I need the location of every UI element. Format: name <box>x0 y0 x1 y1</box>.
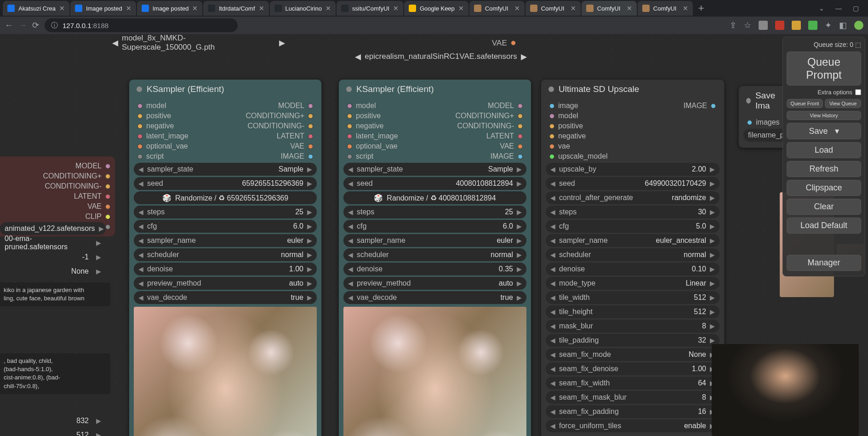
param-row[interactable]: 832▶ <box>0 414 106 427</box>
node-title-bar[interactable]: Ultimate SD Upscale <box>541 80 724 99</box>
param-seed[interactable]: ◀seed40080108812894▶ <box>343 177 526 190</box>
param-seed[interactable]: ◀seed649900320170429▶ <box>546 177 720 190</box>
param-steps[interactable]: ◀steps25▶ <box>343 206 526 218</box>
param-cfg[interactable]: ◀cfg6.0▶ <box>134 220 317 233</box>
ksampler-efficient-node-1[interactable]: KSampler (Efficient) modelMODEL positive… <box>129 79 322 436</box>
param-seam-fix-mode[interactable]: ◀seam_fix_modeNone▶ <box>546 348 720 361</box>
param-row[interactable]: None▶ <box>0 265 106 278</box>
browser-tab[interactable]: ComfyUI✕ <box>469 1 525 16</box>
node-title-bar[interactable]: KSampler (Efficient) <box>129 80 321 99</box>
chevron-left-icon[interactable]: ◀ <box>112 38 118 48</box>
chevron-left-icon[interactable]: ◀ <box>355 52 361 62</box>
close-icon[interactable]: ✕ <box>259 5 264 12</box>
load-button[interactable]: Load <box>787 142 861 158</box>
upscale-model-selector[interactable]: ◀ model_8x_NMKD-Superscale_150000_G.pth … <box>107 35 291 51</box>
browser-tab[interactable]: ltdrdata/Comf✕ <box>203 1 268 16</box>
param-vae-decode[interactable]: ◀vae_decodetrue▶ <box>343 291 526 304</box>
bookmark-icon[interactable]: ☆ <box>744 20 751 30</box>
extension-icon[interactable] <box>792 21 801 30</box>
reload-icon[interactable]: ⟳ <box>32 20 39 30</box>
param-denoise[interactable]: ◀denoise1.00▶ <box>134 263 317 275</box>
queue-prompt-button[interactable]: Queue Prompt <box>787 52 861 86</box>
node-title-bar[interactable]: KSampler (Efficient) <box>339 80 531 99</box>
param-sampler-name[interactable]: ◀sampler_nameeuler_ancestral▶ <box>546 234 720 247</box>
minimize-icon[interactable]: — <box>835 5 842 12</box>
sidepanel-icon[interactable]: ◧ <box>839 20 847 30</box>
browser-tab[interactable]: Image posted✕ <box>70 1 136 16</box>
extensions-icon[interactable]: ✦ <box>825 20 832 30</box>
ultimate-sd-upscale-node[interactable]: Ultimate SD Upscale imageIMAGE model pos… <box>541 79 725 436</box>
new-tab-button[interactable]: + <box>694 2 709 14</box>
param-steps[interactable]: ◀steps30▶ <box>546 206 720 218</box>
view-history-button[interactable]: View History <box>787 111 861 120</box>
param-scheduler[interactable]: ◀schedulernormal▶ <box>343 248 526 261</box>
param-seed[interactable]: ◀seed659265515296369▶ <box>134 177 317 190</box>
param-preview-method[interactable]: ◀preview_methodauto▶ <box>343 277 526 290</box>
save-button[interactable]: Save ▾ <box>787 123 861 139</box>
browser-tab[interactable]: Akatsuzi Crea✕ <box>3 1 69 16</box>
chevron-right-icon[interactable]: ▶ <box>279 38 285 48</box>
param-sampler-name[interactable]: ◀sampler_nameeuler▶ <box>134 234 317 247</box>
param-mode-type[interactable]: ◀mode_typeLinear▶ <box>546 277 720 290</box>
queue-front-button[interactable]: Queue Front <box>787 99 823 108</box>
param-row[interactable]: 512▶ <box>0 429 106 436</box>
refresh-button[interactable]: Refresh <box>787 161 861 177</box>
param-sampler-name[interactable]: ◀sampler_nameeuler▶ <box>343 234 526 247</box>
close-icon[interactable]: ✕ <box>514 5 520 12</box>
param-mask-blur[interactable]: ◀mask_blur8▶ <box>546 320 720 333</box>
close-icon[interactable]: ✕ <box>683 5 688 12</box>
url-input[interactable]: ⓘ 127.0.0.1:8188 <box>45 18 238 32</box>
param-tile-height[interactable]: ◀tile_height512▶ <box>546 305 720 318</box>
load-default-button[interactable]: Load Default <box>787 218 861 234</box>
view-queue-button[interactable]: View Queue <box>825 99 861 108</box>
browser-tab[interactable]: ssitu/ComfyUI✕ <box>337 1 403 16</box>
param-seam-fix-padding[interactable]: ◀seam_fix_padding16▶ <box>546 405 720 418</box>
param-seam-fix-width[interactable]: ◀seam_fix_width64▶ <box>546 377 720 390</box>
param-vae-decode[interactable]: ◀vae_decodetrue▶ <box>134 291 317 304</box>
negative-prompt-partial[interactable]: , bad quality, child, (bad-hands-5:1.0),… <box>0 353 110 394</box>
close-icon[interactable]: ✕ <box>192 5 198 12</box>
param-upscale-by[interactable]: ◀upscale_by2.00▶ <box>546 163 720 176</box>
param-sampler-state[interactable]: ◀sampler_stateSample▶ <box>343 163 526 176</box>
clear-button[interactable]: Clear <box>787 199 861 215</box>
tab-dropdown-icon[interactable]: ⌄ <box>819 5 824 12</box>
randomize-button[interactable]: 🎲Randomize / ♻ 40080108812894 <box>343 191 526 204</box>
param-cfg[interactable]: ◀cfg6.0▶ <box>343 220 526 233</box>
manager-button[interactable]: Manager <box>787 255 861 271</box>
ksampler-efficient-node-2[interactable]: KSampler (Efficient) modelMODEL positive… <box>338 79 531 436</box>
close-icon[interactable]: ✕ <box>59 5 65 12</box>
forward-icon[interactable]: → <box>18 21 27 30</box>
randomize-button[interactable]: 🎲Randomize / ♻ 659265515296369 <box>134 191 317 204</box>
param-row[interactable]: animated_v122.safetensors▶ <box>0 222 106 235</box>
browser-tab[interactable]: ComfyUI✕ <box>525 1 581 16</box>
back-icon[interactable]: ← <box>5 21 13 30</box>
extension-icon[interactable] <box>775 21 784 30</box>
param-force-uniform-tiles[interactable]: ◀force_uniform_tilesenable▶ <box>546 419 720 432</box>
close-icon[interactable]: ✕ <box>627 5 632 12</box>
close-icon[interactable]: ✕ <box>458 5 464 12</box>
control-panel[interactable]: Queue size: 0 ⬚ Queue Prompt Extra optio… <box>782 37 865 276</box>
close-icon[interactable]: ✕ <box>393 5 399 12</box>
clipspace-button[interactable]: Clipspace <box>787 180 861 196</box>
close-icon[interactable]: ✕ <box>126 5 131 12</box>
param-seam-fix-mask-blur[interactable]: ◀seam_fix_mask_blur8▶ <box>546 391 720 404</box>
extension-icon[interactable] <box>808 21 817 30</box>
param-denoise[interactable]: ◀denoise0.35▶ <box>343 263 526 275</box>
param-row[interactable]: -1▶ <box>0 251 106 264</box>
param-cfg[interactable]: ◀cfg5.0▶ <box>546 220 720 233</box>
close-icon[interactable]: ✕ <box>571 5 576 12</box>
browser-tab[interactable]: Image posted✕ <box>137 1 203 16</box>
param-sampler-state[interactable]: ◀sampler_stateSample▶ <box>134 163 317 176</box>
extra-options-checkbox[interactable] <box>855 89 861 95</box>
browser-tab[interactable]: LucianoCirino✕ <box>270 1 336 16</box>
close-icon[interactable]: ✕ <box>326 5 331 12</box>
share-icon[interactable]: ⇪ <box>730 20 737 30</box>
param-scheduler[interactable]: ◀schedulernormal▶ <box>134 248 317 261</box>
extension-icon[interactable] <box>759 21 768 30</box>
browser-tab-active[interactable]: ComfyUI✕ <box>582 1 637 16</box>
site-info-icon[interactable]: ⓘ <box>51 21 58 30</box>
positive-prompt-partial[interactable]: kiko in a japanese garden with ling, cut… <box>0 282 110 306</box>
browser-tab[interactable]: ComfyUI✕ <box>638 1 693 16</box>
node-canvas[interactable]: ◀ model_8x_NMKD-Superscale_150000_G.pth … <box>0 34 868 436</box>
param-steps[interactable]: ◀steps25▶ <box>134 206 317 218</box>
